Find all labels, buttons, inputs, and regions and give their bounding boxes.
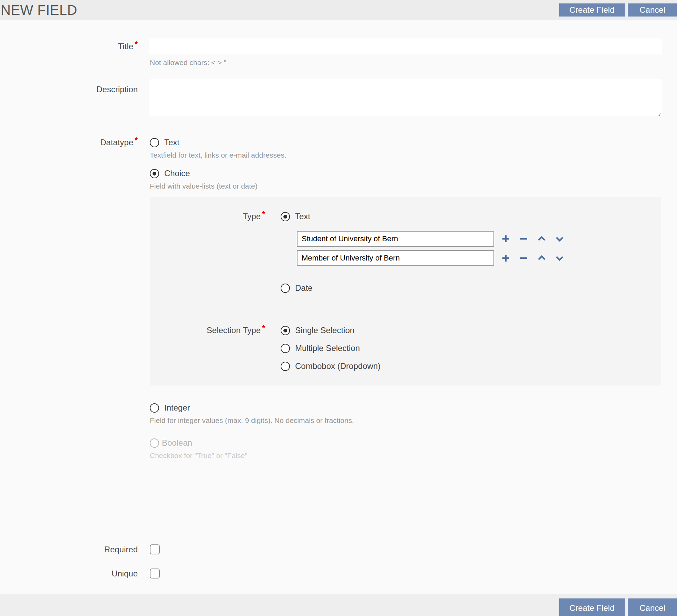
move-down-icon[interactable] — [555, 254, 564, 262]
remove-value-icon[interactable] — [520, 235, 528, 243]
title-row: Title* Not allowed chars: < > " — [0, 39, 661, 67]
required-asterisk: * — [135, 40, 138, 49]
unique-label: Unique — [0, 569, 138, 580]
multiple-selection-radio[interactable] — [281, 344, 290, 353]
selection-type-label: Selection Type* — [150, 325, 265, 372]
combobox-radio[interactable] — [281, 362, 290, 371]
required-asterisk: * — [135, 136, 138, 145]
datatype-option-choice: Choice — [150, 168, 661, 179]
selection-type-row: Selection Type* Single Selection Multipl… — [150, 325, 661, 372]
add-value-icon[interactable] — [502, 235, 510, 243]
choice-values-list — [281, 231, 661, 266]
description-label: Description — [0, 80, 138, 118]
choice-value-row — [297, 231, 661, 247]
boolean-radio-label: Boolean — [162, 438, 192, 448]
choice-value-input-1[interactable] — [297, 231, 494, 247]
boolean-hint: Checkbox for "True" or "False" — [150, 451, 661, 460]
required-row: Required — [0, 544, 661, 556]
move-down-icon[interactable] — [555, 235, 564, 243]
boolean-radio — [150, 438, 159, 448]
value-row-actions — [502, 235, 564, 243]
remove-value-icon[interactable] — [520, 254, 528, 262]
required-label: Required — [0, 544, 138, 556]
single-selection-radio[interactable] — [281, 326, 290, 335]
description-textarea[interactable] — [150, 80, 661, 116]
title-input[interactable] — [150, 39, 661, 54]
required-checkbox[interactable] — [150, 544, 160, 554]
selection-option-multiple: Multiple Selection — [281, 343, 661, 354]
choice-type-option-date: Date — [281, 283, 661, 294]
required-asterisk: * — [262, 324, 265, 333]
integer-radio[interactable] — [150, 403, 159, 413]
create-field-button-bottom[interactable]: Create Field — [559, 598, 625, 616]
selection-option-single: Single Selection — [281, 325, 661, 336]
title-label: Title* — [0, 39, 138, 67]
text-hint: Textfield for text, links or e-mail addr… — [150, 151, 661, 160]
text-radio-label[interactable]: Text — [164, 138, 179, 147]
choice-radio-label[interactable]: Choice — [164, 169, 190, 178]
add-value-icon[interactable] — [502, 254, 510, 262]
choice-type-label: Type* — [150, 211, 265, 294]
integer-hint: Field for integer values (max. 9 digits)… — [150, 416, 661, 425]
unique-checkbox[interactable] — [150, 569, 160, 578]
cancel-button-bottom[interactable]: Cancel — [628, 598, 677, 616]
multiple-selection-label[interactable]: Multiple Selection — [295, 343, 360, 353]
unique-row: Unique — [0, 569, 661, 580]
text-radio[interactable] — [150, 138, 159, 147]
choice-type-row: Type* Text — [150, 211, 661, 294]
page-title: NEW FIELD — [1, 2, 77, 18]
choice-radio[interactable] — [150, 169, 159, 178]
datatype-row: Datatype* Text Textfield for text, links… — [0, 137, 661, 460]
move-up-icon[interactable] — [538, 235, 546, 243]
choice-type-date-label[interactable]: Date — [295, 283, 313, 293]
create-field-button-top[interactable]: Create Field — [559, 3, 625, 17]
choice-type-text-label[interactable]: Text — [295, 212, 310, 221]
choice-hint: Field with value-lists (text or date) — [150, 182, 661, 191]
datatype-option-text: Text — [150, 137, 661, 148]
new-field-form: Title* Not allowed chars: < > " Descript… — [0, 39, 677, 580]
choice-type-option-text: Text — [281, 211, 661, 222]
value-row-actions — [502, 254, 564, 262]
selection-option-combobox: Combobox (Dropdown) — [281, 361, 661, 372]
datatype-option-boolean: Boolean — [150, 437, 661, 448]
integer-radio-label[interactable]: Integer — [164, 403, 190, 413]
single-selection-label[interactable]: Single Selection — [295, 326, 354, 335]
choice-type-text-radio[interactable] — [281, 212, 290, 221]
datatype-option-integer: Integer — [150, 402, 661, 413]
choice-value-input-2[interactable] — [297, 250, 494, 266]
required-asterisk: * — [262, 210, 265, 219]
choice-type-date-radio[interactable] — [281, 284, 290, 293]
choice-options-panel: Type* Text — [150, 197, 661, 385]
description-row: Description — [0, 80, 661, 118]
title-hint: Not allowed chars: < > " — [150, 58, 661, 67]
move-up-icon[interactable] — [538, 254, 546, 262]
choice-value-row — [297, 250, 661, 266]
header-actions: Create Field Cancel — [559, 3, 677, 17]
footer-bar: Create Field Cancel — [0, 594, 677, 616]
header-bar: NEW FIELD Create Field Cancel — [0, 0, 677, 20]
combobox-label[interactable]: Combobox (Dropdown) — [295, 361, 381, 371]
cancel-button-top[interactable]: Cancel — [628, 3, 677, 17]
datatype-label: Datatype* — [0, 137, 138, 460]
